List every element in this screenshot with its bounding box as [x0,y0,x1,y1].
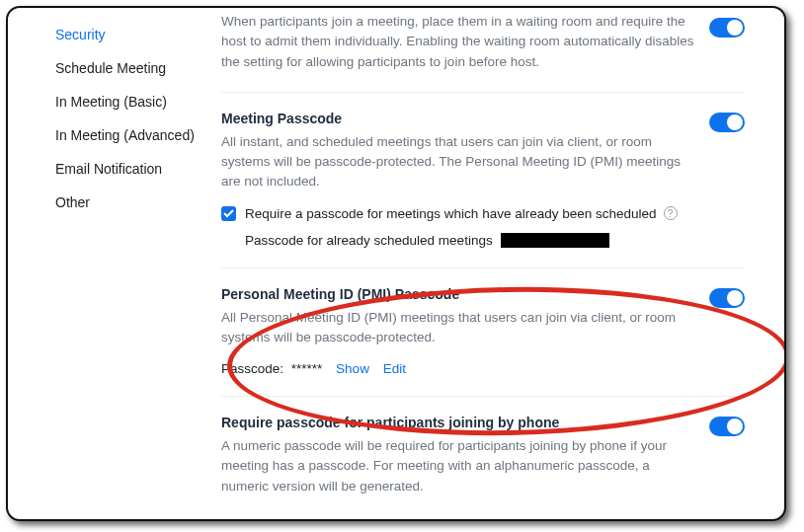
already-scheduled-passcode-value [501,233,609,248]
settings-window: Security Schedule Meeting In Meeting (Ba… [6,6,786,521]
pmi-passcode-show-link[interactable]: Show [336,361,369,376]
pmi-passcode-toggle[interactable] [709,288,745,308]
sidebar-item-other[interactable]: Other [55,186,205,219]
pmi-passcode-label: Passcode: [221,361,283,376]
waiting-room-toggle[interactable] [709,18,745,38]
sidebar-item-schedule-meeting[interactable]: Schedule Meeting [55,51,205,85]
require-passcode-label: Require a passcode for meetings which ha… [245,206,657,221]
settings-sidebar: Security Schedule Meeting In Meeting (Ba… [8,8,215,519]
settings-content: When participants join a meeting, place … [215,8,784,519]
already-scheduled-label: Passcode for already scheduled meetings [245,233,493,248]
pmi-passcode-masked: ****** [291,361,323,376]
section-phone-passcode: Require passcode for participants joinin… [221,397,745,516]
sidebar-item-security[interactable]: Security [55,18,205,51]
pmi-passcode-title: Personal Meeting ID (PMI) Passcode [221,286,695,302]
already-scheduled-passcode-row: Passcode for already scheduled meetings [245,233,745,248]
help-icon[interactable]: ? [664,206,678,220]
sidebar-item-in-meeting-basic[interactable]: In Meeting (Basic) [55,85,205,118]
sidebar-item-in-meeting-advanced[interactable]: In Meeting (Advanced) [55,118,205,152]
section-pmi-passcode: Personal Meeting ID (PMI) Passcode All P… [221,268,745,398]
pmi-passcode-edit-link[interactable]: Edit [383,361,406,376]
require-passcode-checkbox[interactable] [221,206,236,221]
meeting-passcode-toggle[interactable] [709,113,745,132]
pmi-passcode-description: All Personal Meeting ID (PMI) meetings t… [221,308,695,348]
section-waiting-room: When participants join a meeting, place … [221,8,745,93]
waiting-room-description: When participants join a meeting, place … [221,12,695,72]
phone-passcode-description: A numeric passcode will be required for … [221,436,695,496]
meeting-passcode-description: All instant, and scheduled meetings that… [221,132,695,192]
meeting-passcode-title: Meeting Passcode [221,111,695,126]
phone-passcode-title: Require passcode for participants joinin… [221,415,695,430]
check-icon [223,208,234,219]
pmi-passcode-value-row: Passcode: ****** Show Edit [221,361,745,376]
sidebar-item-email-notification[interactable]: Email Notification [55,152,205,186]
section-meeting-passcode: Meeting Passcode All instant, and schedu… [221,93,745,268]
phone-passcode-toggle[interactable] [709,417,745,436]
require-passcode-row: Require a passcode for meetings which ha… [221,206,745,221]
